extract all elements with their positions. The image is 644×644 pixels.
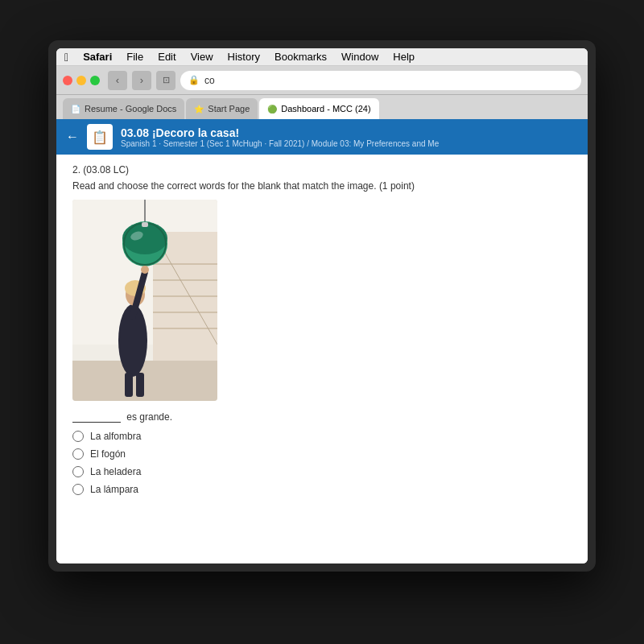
answer-options: La alfombra El fogón La heladera La lámp… — [72, 431, 572, 495]
window-toggle-button[interactable]: ⊡ — [156, 71, 175, 90]
menu-window[interactable]: Window — [341, 51, 378, 63]
svg-rect-23 — [136, 373, 144, 397]
menu-edit[interactable]: Edit — [158, 51, 175, 63]
tab-start[interactable]: ⭐ Start Page — [186, 98, 258, 119]
question-instructions: Read and choose the correct words for th… — [72, 180, 572, 192]
tab-dashboard-label: Dashboard - MCC (24) — [281, 104, 370, 114]
apple-menu[interactable]:  — [64, 51, 68, 64]
question-image — [72, 200, 217, 401]
course-icon: 📋 — [87, 124, 113, 150]
forward-nav-button[interactable]: › — [132, 71, 151, 90]
tab-dashboard[interactable]: 🟢 Dashboard - MCC (24) — [259, 98, 378, 119]
tab-start-icon: ⭐ — [194, 105, 204, 114]
option-3-label: La heladera — [90, 466, 141, 477]
tabs-bar: 📄 Resume - Google Docs ⭐ Start Page 🟢 Da… — [56, 95, 588, 119]
svg-rect-10 — [72, 361, 217, 401]
option-1[interactable]: La alfombra — [72, 431, 572, 442]
radio-option-4[interactable] — [72, 484, 84, 495]
radio-option-3[interactable] — [72, 466, 84, 477]
laptop-frame:  Safari File Edit View History Bookmark… — [48, 40, 596, 572]
menu-view[interactable]: View — [191, 51, 213, 63]
menu-file[interactable]: File — [126, 51, 143, 63]
maximize-button[interactable] — [90, 76, 100, 85]
traffic-lights — [63, 76, 100, 85]
tab-resume-icon: 📄 — [71, 105, 80, 114]
address-bar[interactable]: 🔒 co — [180, 71, 581, 90]
question-label: 2. (03.08 LC) — [72, 164, 572, 175]
svg-point-21 — [141, 266, 149, 274]
menu-history[interactable]: History — [228, 51, 260, 63]
fill-blank-suffix: es grande. — [126, 411, 172, 423]
screen:  Safari File Edit View History Bookmark… — [56, 48, 588, 564]
course-info: 03.08 ¡Decoro la casa! Spanish 1 · Semes… — [121, 126, 439, 148]
tab-start-label: Start Page — [208, 104, 250, 114]
blank-line — [72, 411, 121, 423]
svg-rect-16 — [142, 222, 148, 227]
course-back-button[interactable]: ← — [66, 130, 79, 144]
radio-option-2[interactable] — [72, 448, 84, 460]
back-nav-button[interactable]: ‹ — [108, 71, 127, 90]
address-text: co — [204, 75, 215, 86]
course-title: 03.08 ¡Decoro la casa! — [121, 126, 439, 139]
tab-resume[interactable]: 📄 Resume - Google Docs — [63, 98, 184, 119]
course-header: ← 📋 03.08 ¡Decoro la casa! Spanish 1 · S… — [56, 119, 588, 155]
menu-bookmarks[interactable]: Bookmarks — [275, 51, 327, 63]
browser-toolbar: ‹ › ⊡ 🔒 co — [56, 66, 588, 95]
tab-resume-label: Resume - Google Docs — [85, 104, 176, 114]
option-1-label: La alfombra — [90, 431, 141, 442]
browser-chrome: ‹ › ⊡ 🔒 co 📄 Resume - Google Docs ⭐ Star… — [56, 66, 588, 119]
option-2[interactable]: El fogón — [72, 448, 572, 460]
course-subtitle: Spanish 1 · Semester 1 (Sec 1 McHugh · F… — [121, 139, 439, 148]
lock-icon: 🔒 — [188, 75, 200, 85]
minimize-button[interactable] — [76, 76, 86, 85]
option-3[interactable]: La heladera — [72, 466, 572, 477]
option-2-label: El fogón — [90, 448, 126, 460]
menu-safari[interactable]: Safari — [83, 51, 112, 63]
main-content: 2. (03.08 LC) Read and choose the correc… — [56, 155, 588, 564]
menu-help[interactable]: Help — [393, 51, 415, 63]
tab-dashboard-icon: 🟢 — [267, 105, 277, 114]
fill-blank-text: es grande. — [72, 411, 572, 423]
close-button[interactable] — [63, 76, 72, 85]
radio-option-1[interactable] — [72, 431, 84, 442]
mac-menubar:  Safari File Edit View History Bookmark… — [56, 48, 588, 66]
svg-rect-22 — [125, 373, 133, 397]
option-4[interactable]: La lámpara — [72, 484, 572, 495]
option-4-label: La lámpara — [90, 484, 138, 495]
